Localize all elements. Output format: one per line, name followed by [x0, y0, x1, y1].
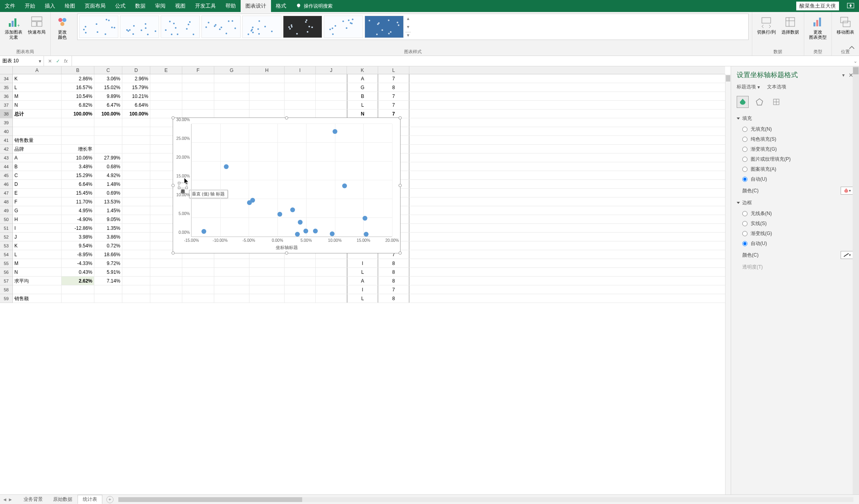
cell[interactable]: [249, 294, 285, 303]
cell[interactable]: A: [347, 277, 378, 285]
menu-tab-数据[interactable]: 数据: [130, 0, 150, 12]
chart-object[interactable]: 市场占有率 垂直 (值) 轴 标题 0.00%5.00%10.00%15.00%…: [173, 118, 401, 253]
data-point[interactable]: [277, 212, 282, 217]
menu-tab-视图[interactable]: 视图: [170, 0, 190, 12]
col-header-E[interactable]: E: [150, 66, 182, 74]
cell[interactable]: [62, 285, 94, 294]
menu-tab-帮助[interactable]: 帮助: [221, 0, 241, 12]
cell[interactable]: 6.47%: [94, 101, 122, 109]
col-header-H[interactable]: H: [249, 66, 285, 74]
cell[interactable]: [122, 233, 150, 241]
cell[interactable]: K: [13, 241, 62, 250]
switch-row-col-button[interactable]: 切换行/列: [755, 14, 777, 36]
row-header-39[interactable]: 39: [0, 118, 12, 127]
cell[interactable]: [285, 294, 316, 303]
cell[interactable]: 0.43%: [62, 268, 94, 276]
cell[interactable]: [122, 171, 150, 179]
gallery-up-icon[interactable]: ▴: [405, 16, 411, 21]
data-point[interactable]: [363, 216, 367, 221]
cell[interactable]: [214, 268, 249, 276]
menu-tab-插入[interactable]: 插入: [40, 0, 60, 12]
cell[interactable]: [122, 215, 150, 223]
col-header-G[interactable]: G: [214, 66, 249, 74]
cell[interactable]: [214, 101, 249, 109]
col-header-C[interactable]: C: [94, 66, 122, 74]
data-point[interactable]: [250, 198, 255, 203]
cell[interactable]: [214, 74, 249, 83]
cell[interactable]: [316, 83, 347, 92]
row-header-54[interactable]: 54: [0, 250, 12, 259]
cell[interactable]: [249, 83, 285, 92]
cell[interactable]: 9.72%: [94, 259, 122, 267]
cell[interactable]: [214, 259, 249, 267]
cell[interactable]: 3.98%: [62, 233, 94, 241]
cell[interactable]: [214, 83, 249, 92]
row-header-47[interactable]: 47: [0, 189, 12, 197]
row-header-55[interactable]: 55: [0, 259, 12, 268]
cell[interactable]: [249, 259, 285, 267]
cell[interactable]: [13, 118, 62, 127]
cell[interactable]: A: [13, 153, 62, 162]
menu-tab-绘图[interactable]: 绘图: [60, 0, 80, 12]
cell[interactable]: 品牌: [13, 145, 62, 153]
row-header-59[interactable]: 59: [0, 294, 12, 303]
gallery-down-icon[interactable]: ▾: [405, 24, 411, 30]
cell[interactable]: [285, 110, 316, 118]
chart-style-4[interactable]: [201, 16, 241, 38]
cell[interactable]: 总计: [13, 110, 62, 118]
row-header-45[interactable]: 45: [0, 171, 12, 180]
fill-option[interactable]: 渐变填充(G): [737, 144, 853, 154]
fill-color-swatch[interactable]: ▾: [841, 187, 853, 195]
row-header-56[interactable]: 56: [0, 268, 12, 277]
cell[interactable]: [13, 127, 62, 135]
format-pane-dropdown-icon[interactable]: ▾: [842, 72, 845, 78]
fill-option[interactable]: 纯色填充(S): [737, 134, 853, 144]
row-header-43[interactable]: 43: [0, 153, 12, 162]
cell[interactable]: K: [13, 74, 62, 83]
border-color-row[interactable]: 颜色(C) ▾: [737, 249, 853, 261]
cell[interactable]: N: [347, 110, 378, 118]
cell[interactable]: [182, 92, 214, 100]
cell[interactable]: [62, 136, 94, 144]
col-header-K[interactable]: K: [347, 66, 378, 74]
cell[interactable]: [94, 127, 122, 135]
cell[interactable]: 1.45%: [94, 206, 122, 215]
cell[interactable]: [182, 268, 214, 276]
cell[interactable]: [316, 92, 347, 100]
cell[interactable]: 8: [378, 259, 409, 267]
cell[interactable]: C: [13, 171, 62, 179]
cell[interactable]: B: [13, 162, 62, 171]
cell[interactable]: 7: [378, 101, 409, 109]
cell[interactable]: D: [13, 180, 62, 188]
cell[interactable]: [249, 92, 285, 100]
title-options-tab[interactable]: 标题选项 ▾: [737, 84, 760, 90]
x-axis-title[interactable]: 坐标轴标题: [276, 245, 298, 251]
cell[interactable]: [150, 101, 182, 109]
cell[interactable]: 5.91%: [94, 268, 122, 276]
cell[interactable]: [122, 241, 150, 250]
column-headers[interactable]: ABCDEFGHIJKL: [13, 66, 725, 74]
cell[interactable]: [316, 294, 347, 303]
name-box-dropdown-icon[interactable]: ▾: [39, 58, 41, 64]
cell[interactable]: 0.72%: [94, 241, 122, 250]
cell[interactable]: -8.95%: [62, 250, 94, 259]
cell[interactable]: L: [13, 250, 62, 259]
menu-tab-图表设计[interactable]: 图表设计: [241, 0, 271, 12]
cell[interactable]: [182, 74, 214, 83]
cell[interactable]: [94, 294, 122, 303]
row-header-38[interactable]: 38: [0, 110, 12, 118]
cell[interactable]: [285, 74, 316, 83]
cell[interactable]: 3.48%: [62, 162, 94, 171]
cell[interactable]: [182, 110, 214, 118]
hscroll-thumb[interactable]: [118, 497, 302, 502]
horizontal-scrollbar[interactable]: [118, 497, 853, 502]
cell[interactable]: A: [347, 74, 378, 83]
cell[interactable]: [94, 285, 122, 294]
accept-formula-icon[interactable]: ✓: [56, 58, 60, 64]
menu-tab-文件[interactable]: 文件: [0, 0, 20, 12]
data-point[interactable]: [298, 220, 303, 225]
cell[interactable]: 0.68%: [94, 162, 122, 171]
move-chart-button[interactable]: 移动图表: [835, 14, 856, 36]
row-header-57[interactable]: 57: [0, 277, 12, 285]
col-header-F[interactable]: F: [182, 66, 214, 74]
